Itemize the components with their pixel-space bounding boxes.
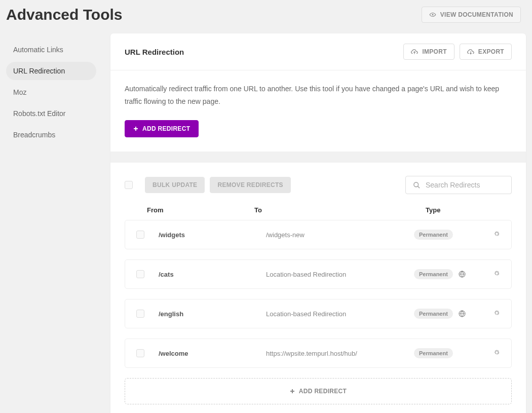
row-checkbox[interactable]: [136, 310, 144, 318]
view-documentation-button[interactable]: VIEW DOCUMENTATION: [422, 7, 521, 23]
sidebar-item-moz[interactable]: Moz: [6, 83, 96, 101]
globe-icon: [458, 310, 466, 318]
add-redirect-button[interactable]: ADD REDIRECT: [125, 120, 199, 137]
row-from: /cats: [159, 271, 266, 278]
import-button[interactable]: IMPORT: [403, 44, 454, 60]
row-checkbox[interactable]: [136, 270, 144, 278]
type-badge: Permanent: [414, 309, 453, 319]
gear-icon[interactable]: [493, 270, 500, 277]
gear-icon[interactable]: [493, 231, 500, 237]
remove-redirects-button[interactable]: REMOVE REDIRECTS: [210, 177, 290, 193]
table-row: /welcome https://wpsite.tempurl.host/hub…: [125, 339, 512, 368]
search-box[interactable]: [405, 176, 512, 194]
row-from: /widgets: [159, 231, 266, 239]
table-row: /english Location-based Redirection Perm…: [125, 299, 512, 328]
row-from: /english: [159, 310, 266, 318]
panel-title: URL Redirection: [125, 48, 184, 56]
gear-icon[interactable]: [493, 349, 500, 356]
sidebar-item-robots-txt[interactable]: Robots.txt Editor: [6, 104, 96, 123]
gear-icon[interactable]: [493, 310, 500, 316]
row-to: Location-based Redirection: [266, 271, 414, 278]
row-from: /welcome: [159, 350, 266, 357]
header-type: Type: [426, 206, 497, 214]
type-badge: Permanent: [414, 230, 453, 240]
svg-point-1: [414, 182, 419, 187]
table-header: From To Type: [125, 199, 512, 220]
view-documentation-label: VIEW DOCUMENTATION: [440, 11, 513, 18]
cloud-upload-icon: [411, 49, 418, 55]
add-redirect-label: ADD REDIRECT: [142, 125, 190, 132]
row-to: https://wpsite.tempurl.host/hub/: [266, 350, 414, 357]
row-to: /widgets-new: [266, 231, 414, 239]
add-redirect-row-label: ADD REDIRECT: [299, 388, 347, 395]
plus-icon: [133, 126, 138, 131]
section-divider: [110, 152, 526, 163]
type-badge: Permanent: [414, 269, 453, 279]
export-label: EXPORT: [478, 48, 504, 55]
search-icon: [413, 181, 421, 189]
sidebar: Automatic Links URL Redirection Moz Robo…: [6, 33, 96, 413]
svg-point-0: [432, 14, 433, 15]
bulk-update-button[interactable]: BULK UPDATE: [145, 177, 205, 193]
select-all-checkbox[interactable]: [125, 181, 133, 189]
header-to: To: [254, 206, 426, 214]
plus-icon: [290, 389, 295, 394]
row-checkbox[interactable]: [136, 349, 144, 357]
add-redirect-row[interactable]: ADD REDIRECT: [125, 378, 512, 404]
row-to: Location-based Redirection: [266, 310, 414, 318]
globe-icon: [458, 270, 466, 278]
sidebar-item-url-redirection[interactable]: URL Redirection: [6, 62, 96, 80]
documentation-icon: [429, 12, 436, 17]
sidebar-item-automatic-links[interactable]: Automatic Links: [6, 41, 96, 59]
export-button[interactable]: EXPORT: [460, 44, 512, 60]
panel-description: Automatically redirect traffic from one …: [125, 83, 512, 108]
header-from: From: [147, 206, 254, 214]
main-panel: URL Redirection IMPORT EXPORT: [110, 33, 526, 413]
page-title: Advanced Tools: [6, 6, 122, 23]
row-checkbox[interactable]: [136, 231, 144, 239]
type-badge: Permanent: [414, 348, 453, 358]
table-row: /widgets /widgets-new Permanent: [125, 220, 512, 249]
search-input[interactable]: [426, 181, 504, 189]
import-label: IMPORT: [422, 48, 446, 55]
cloud-download-icon: [467, 49, 474, 55]
sidebar-item-breadcrumbs[interactable]: Breadcrumbs: [6, 126, 96, 144]
table-row: /cats Location-based Redirection Permane…: [125, 259, 512, 289]
